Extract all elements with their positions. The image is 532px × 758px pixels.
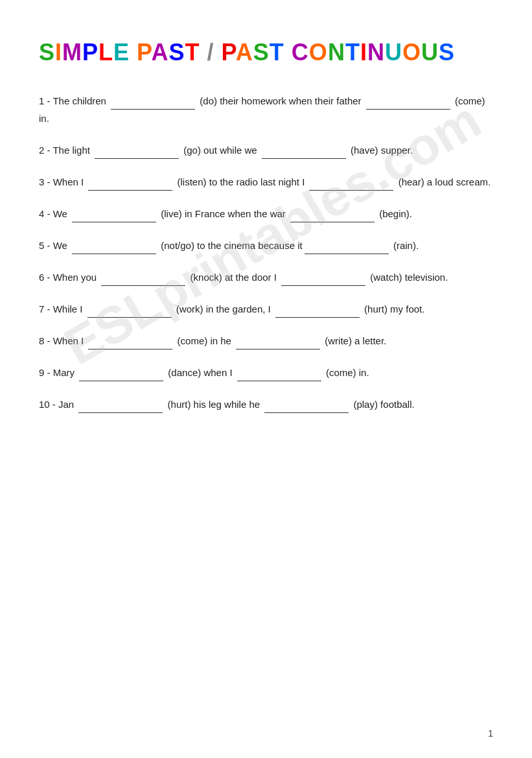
exercise-text-part: - Jan (52, 399, 77, 410)
answer-blank[interactable] (309, 180, 393, 191)
answer-blank[interactable] (79, 371, 163, 381)
exercise-text-part: (play) football. (351, 399, 414, 410)
exercise-text-part: (hear) a loud scream. (395, 176, 491, 187)
exercise-number: 1 (39, 95, 47, 106)
answer-blank[interactable] (72, 212, 156, 222)
exercise-number: 10 (39, 399, 52, 410)
exercise-item-5: 5 - We (not/go) to the cinema because it… (39, 237, 493, 254)
exercise-text-part: (come) in. (323, 367, 369, 378)
exercise-text-part: (hurt) my foot. (362, 303, 425, 314)
exercise-list: 1 - The children (do) their homework whe… (39, 92, 493, 413)
answer-blank[interactable] (305, 244, 389, 254)
answer-blank[interactable] (101, 276, 185, 286)
exercise-text-part: (rain). (391, 240, 419, 251)
exercise-text-part: (come) in he (174, 335, 234, 346)
exercise-item-4: 4 - We (live) in France when the war (be… (39, 205, 493, 222)
exercise-item-3: 3 - When I (listen) to the radio last ni… (39, 173, 493, 191)
exercise-text-part: - Mary (47, 367, 78, 378)
exercise-text-part: - The children (47, 95, 110, 106)
exercise-text-part: (write) a letter. (322, 335, 386, 346)
exercise-number: 6 (39, 272, 47, 283)
exercise-text-part: (watch) television. (367, 272, 448, 283)
exercise-item-2: 2 - The light (go) out while we (have) s… (39, 141, 493, 159)
page-number: 1 (488, 728, 493, 739)
answer-blank[interactable] (87, 307, 172, 318)
answer-blank[interactable] (111, 99, 195, 110)
exercise-item-6: 6 - When you (knock) at the door I (watc… (39, 268, 493, 286)
answer-blank[interactable] (264, 403, 349, 413)
exercise-item-10: 10 - Jan (hurt) his leg while he (play) … (39, 396, 493, 413)
answer-blank[interactable] (88, 180, 172, 191)
exercise-text-part: (do) their homework when their father (197, 95, 364, 106)
exercise-text-part: (listen) to the radio last night I (174, 176, 307, 187)
exercise-text-part: (have) supper. (348, 145, 413, 156)
answer-blank[interactable] (366, 99, 450, 110)
exercise-text-part: (dance) when I (165, 367, 235, 378)
answer-blank[interactable] (236, 339, 320, 349)
exercise-number: 8 (39, 335, 47, 346)
exercise-item-8: 8 - When I (come) in he (write) a letter… (39, 332, 493, 349)
exercise-number: 3 (39, 176, 47, 187)
exercise-number: 7 (39, 303, 47, 314)
exercise-item-1: 1 - The children (do) their homework whe… (39, 92, 493, 127)
answer-blank[interactable] (275, 307, 360, 318)
exercise-text-part: - We (47, 208, 71, 219)
exercise-text-part: (go) out while we (181, 145, 260, 156)
title: SIMPLE PAST / PAST CONTINUOUS (39, 39, 493, 66)
exercise-item-9: 9 - Mary (dance) when I (come) in. (39, 364, 493, 381)
answer-blank[interactable] (95, 148, 179, 159)
exercise-text-part: (knock) at the door I (187, 272, 279, 283)
exercise-text-part: - When you (47, 272, 100, 283)
answer-blank[interactable] (281, 276, 365, 286)
exercise-text-part: - When I (47, 335, 87, 346)
exercise-number: 2 (39, 145, 47, 156)
answer-blank[interactable] (88, 339, 172, 349)
exercise-text-part: - While I (47, 303, 86, 314)
exercise-text-part: - The light (47, 145, 93, 156)
answer-blank[interactable] (262, 148, 346, 159)
exercise-text-part: (hurt) his leg while he (165, 399, 262, 410)
answer-blank[interactable] (290, 212, 375, 222)
exercise-text-part: - We (47, 240, 71, 251)
answer-blank[interactable] (237, 371, 321, 381)
exercise-number: 4 (39, 208, 47, 219)
exercise-number: 5 (39, 240, 47, 251)
exercise-item-7: 7 - While I (work) in the garden, I (hur… (39, 300, 493, 318)
exercise-text-part: (work) in the garden, I (174, 303, 273, 314)
exercise-text-part: - When I (47, 176, 87, 187)
exercise-text-part: (begin). (376, 208, 412, 219)
exercise-text-part: (not/go) to the cinema because it (158, 240, 303, 251)
exercise-number: 9 (39, 367, 47, 378)
answer-blank[interactable] (78, 403, 163, 413)
exercise-text-part: (live) in France when the war (158, 208, 288, 219)
answer-blank[interactable] (72, 244, 156, 254)
